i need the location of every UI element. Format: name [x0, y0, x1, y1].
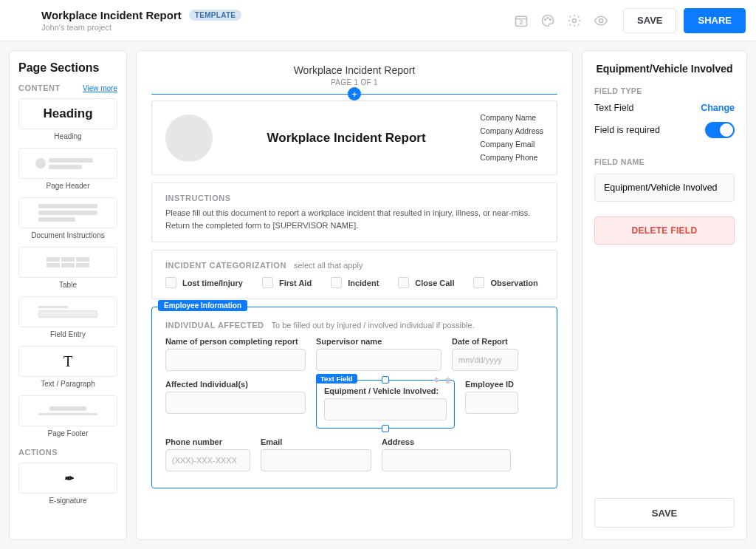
component-table[interactable]	[18, 247, 117, 278]
section-tag: Employee Information	[158, 300, 247, 311]
selected-field-type-tag: Text Field	[316, 374, 357, 383]
share-button[interactable]: SHARE	[684, 8, 746, 33]
categorization-hint: select all that apply	[294, 261, 363, 270]
individual-affected-hint: To be filled out by injured / involved i…	[272, 321, 475, 330]
svg-point-4	[573, 18, 577, 22]
component-heading-label: Heading	[18, 132, 117, 140]
move-handle-icon[interactable]: ✥	[432, 375, 441, 384]
svg-point-1	[545, 18, 546, 20]
label-address: Address	[382, 437, 511, 446]
component-text-paragraph-label: Text / Paragraph	[18, 380, 117, 388]
required-toggle[interactable]	[705, 122, 735, 138]
chk-close-call[interactable]: Close Call	[398, 277, 454, 288]
component-text-paragraph[interactable]: T	[18, 346, 117, 377]
input-name-report[interactable]	[165, 349, 306, 371]
input-email[interactable]	[261, 449, 371, 471]
chk-observation[interactable]: Observation	[473, 277, 537, 288]
company-info: Company Name Company Address Company Ema…	[480, 112, 543, 164]
instructions-text: Please fill out this document to report …	[165, 207, 543, 231]
field-name-label: FIELD NAME	[594, 157, 735, 166]
input-phone[interactable]	[165, 449, 250, 471]
block-employee-info[interactable]: Employee Information INDIVIDUAL AFFECTED…	[151, 307, 557, 488]
individual-affected-label: INDIVIDUAL AFFECTED	[165, 321, 264, 330]
input-employee-id[interactable]	[465, 392, 518, 414]
calendar-icon[interactable]: 2	[514, 13, 529, 28]
component-esignature-label: E-signature	[18, 497, 117, 505]
component-esignature[interactable]: ✒	[18, 463, 117, 494]
component-page-header[interactable]	[18, 148, 117, 179]
add-block-button[interactable]: +	[348, 87, 361, 100]
top-bar: Workplace Incident Report TEMPLATE John'…	[0, 0, 756, 41]
component-page-header-label: Page Header	[18, 182, 117, 190]
chk-lost-time[interactable]: Lost time/Injury	[165, 277, 243, 288]
insert-divider: +	[151, 94, 557, 95]
delete-field-button[interactable]: DELETE FIELD	[594, 216, 735, 245]
chk-first-aid[interactable]: First Aid	[262, 277, 312, 288]
content-label: CONTENT	[18, 83, 61, 92]
svg-point-5	[599, 18, 603, 22]
gear-icon[interactable]	[567, 13, 582, 28]
component-page-footer[interactable]	[18, 395, 117, 426]
input-address[interactable]	[382, 449, 511, 471]
top-bar-icons: 2	[514, 13, 623, 28]
categorization-label: INCIDENT CATEGORIZATION	[165, 261, 286, 270]
logo-placeholder[interactable]	[165, 115, 213, 162]
prop-title: Equipment/Vehicle Involved	[594, 63, 735, 75]
selected-field-equipment[interactable]: Text Field ✥ 🗑 Equipment / Vehicle Invol…	[316, 380, 455, 429]
delete-field-icon[interactable]: 🗑	[444, 375, 453, 384]
label-phone: Phone number	[165, 437, 250, 446]
label-supervisor: Supervisor name	[316, 337, 441, 346]
field-type-label: FIELD TYPE	[594, 86, 735, 95]
component-instructions-label: Document Instructions	[18, 231, 117, 239]
svg-point-2	[547, 17, 549, 18]
component-heading[interactable]: Heading	[18, 98, 117, 129]
input-supervisor[interactable]	[316, 349, 441, 371]
resize-handle-bottom[interactable]	[382, 425, 389, 432]
label-employee-id: Employee ID	[465, 380, 518, 389]
component-field-entry[interactable]	[18, 296, 117, 327]
label-name-report: Name of person completing report	[165, 337, 306, 346]
component-page-footer-label: Page Footer	[18, 429, 117, 437]
eye-icon[interactable]	[594, 13, 608, 28]
input-equipment[interactable]	[324, 398, 447, 420]
signature-icon: ✒	[63, 471, 73, 485]
canvas-page-indicator: PAGE 1 OF 1	[151, 78, 557, 86]
change-type-link[interactable]: Change	[701, 103, 735, 113]
label-equipment: Equipment / Vehicle Involved:	[324, 386, 447, 395]
block-categorization[interactable]: INCIDENT CATEGORIZATION select all that …	[151, 250, 557, 299]
label-date-report: Date of Report	[452, 337, 518, 346]
field-name-input[interactable]	[594, 174, 735, 202]
header-title: Workplace Incident Report	[230, 131, 462, 146]
chk-incident[interactable]: Incident	[331, 277, 379, 288]
palette-icon[interactable]	[540, 13, 555, 28]
top-bar-left: Workplace Incident Report TEMPLATE John'…	[10, 9, 514, 32]
doc-subtitle: John's team project	[41, 23, 514, 32]
components-sidebar: Page Sections CONTENT View more Heading …	[9, 50, 127, 540]
field-type-value: Text Field	[594, 103, 634, 113]
block-instructions[interactable]: INSTRUCTIONS Please fill out this docume…	[151, 183, 557, 242]
top-bar-actions: SAVE SHARE	[623, 8, 746, 33]
input-affected[interactable]	[165, 392, 306, 414]
template-badge: TEMPLATE	[189, 10, 242, 21]
view-more-link[interactable]: View more	[83, 84, 117, 92]
save-button[interactable]: SAVE	[623, 8, 676, 33]
canvas-doc-title: Workplace Incident Report	[151, 64, 557, 76]
component-instructions[interactable]	[18, 197, 117, 228]
label-email: Email	[261, 437, 371, 446]
properties-panel: Equipment/Vehicle Involved FIELD TYPE Te…	[582, 50, 747, 540]
input-date-report[interactable]	[452, 349, 518, 371]
main-layout: Page Sections CONTENT View more Heading …	[0, 41, 756, 549]
resize-handle-top[interactable]	[382, 376, 389, 383]
instructions-label: INSTRUCTIONS	[165, 194, 543, 202]
actions-label: ACTIONS	[18, 448, 58, 457]
doc-title: Workplace Incident Report	[41, 9, 182, 21]
sidebar-title: Page Sections	[18, 61, 117, 75]
save-properties-button[interactable]: SAVE	[594, 498, 735, 528]
block-page-header[interactable]: Workplace Incident Report Company Name C…	[151, 100, 557, 175]
required-label: Field is required	[594, 125, 660, 135]
canvas[interactable]: Workplace Incident Report PAGE 1 OF 1 + …	[136, 50, 573, 540]
component-field-entry-label: Field Entry	[18, 330, 117, 338]
component-table-label: Table	[18, 281, 117, 289]
label-affected: Affected Individual(s)	[165, 380, 306, 389]
svg-point-3	[550, 18, 551, 20]
